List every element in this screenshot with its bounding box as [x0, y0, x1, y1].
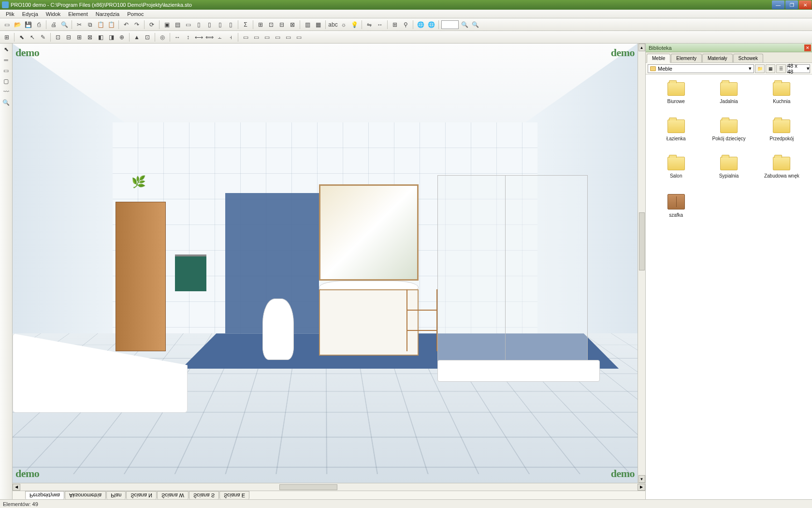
- shape1-tool[interactable]: ▭: [1, 66, 11, 75]
- grid1-button[interactable]: ⊞: [390, 20, 400, 30]
- pointer-tool[interactable]: ⬉: [1, 45, 11, 54]
- vscroll-track[interactable]: [638, 51, 645, 475]
- arr3-button[interactable]: ▭: [262, 32, 272, 42]
- preview-button[interactable]: 🔍: [59, 20, 69, 30]
- library-item-3[interactable]: Łazienka: [652, 118, 700, 143]
- grid2-button[interactable]: ⚲: [401, 20, 410, 30]
- dim4-button[interactable]: ⟺: [204, 32, 214, 42]
- library-item-6[interactable]: Salon: [652, 155, 700, 180]
- arr4-button[interactable]: ▭: [273, 32, 282, 42]
- grp3-button[interactable]: ⊞: [74, 32, 84, 42]
- light1-button[interactable]: abc: [328, 20, 338, 30]
- towel-rail-object[interactable]: [175, 254, 206, 316]
- dim-button[interactable]: ↔: [375, 20, 385, 30]
- plant-object[interactable]: [131, 175, 157, 210]
- help1-button[interactable]: ⇋: [364, 20, 374, 30]
- thumb-size-selector[interactable]: 48 x 48 ▾: [787, 64, 810, 73]
- dim5-button[interactable]: ⫠: [215, 32, 225, 42]
- close-button[interactable]: ✕: [799, 0, 812, 9]
- ortho-button[interactable]: ▤: [173, 20, 182, 30]
- menu-pomoc[interactable]: Pomoc: [123, 10, 147, 18]
- layer2-button[interactable]: ▦: [313, 20, 323, 30]
- scroll-down-arrow[interactable]: ▼: [638, 475, 645, 483]
- print-button[interactable]: 🖨: [49, 20, 58, 30]
- library-tab-elementy[interactable]: Elementy: [671, 54, 702, 62]
- hscroll-track[interactable]: [20, 484, 638, 491]
- view-tab-6[interactable]: Ściana E: [219, 491, 249, 499]
- dim1-button[interactable]: ↔: [173, 32, 182, 42]
- library-item-4[interactable]: Pokój dziecięcy: [704, 118, 753, 143]
- minimize-button[interactable]: ―: [772, 0, 784, 9]
- library-item-9[interactable]: szafka: [652, 192, 700, 220]
- globe1-button[interactable]: 🌐: [416, 20, 425, 30]
- viewport-canvas[interactable]: demo demo demo demo: [13, 44, 638, 483]
- view-tab-0[interactable]: Perspektywa: [25, 491, 64, 499]
- library-tab-materiały[interactable]: Materiały: [702, 54, 733, 62]
- cut-button[interactable]: ✂: [74, 20, 84, 30]
- library-path-combo[interactable]: Meble ▾: [648, 64, 754, 73]
- menu-narzędzia[interactable]: Narzędzia: [92, 10, 124, 18]
- menu-edycja[interactable]: Edycja: [18, 10, 42, 18]
- vanity-object[interactable]: [319, 289, 419, 355]
- grp4-button[interactable]: ⊠: [85, 32, 95, 42]
- arr1-button[interactable]: ▭: [241, 32, 250, 42]
- back-button[interactable]: ▯: [215, 20, 225, 30]
- paste2-button[interactable]: 📋: [106, 20, 116, 30]
- target-button[interactable]: ◎: [158, 32, 167, 42]
- other-button[interactable]: ▯: [226, 20, 235, 30]
- refresh-button[interactable]: ⟳: [147, 20, 157, 30]
- globe2-button[interactable]: 🌐: [426, 20, 436, 30]
- library-item-7[interactable]: Sypialnia: [704, 155, 753, 180]
- undo-button[interactable]: ↶: [121, 20, 131, 30]
- library-view2-button[interactable]: ☰: [776, 64, 786, 73]
- light3-button[interactable]: 💡: [349, 20, 359, 30]
- library-tab-meble[interactable]: Meble: [647, 54, 670, 63]
- view-tab-4[interactable]: Ściana W: [157, 491, 188, 499]
- grp6-button[interactable]: ◨: [106, 32, 116, 42]
- layer1-button[interactable]: ▥: [303, 20, 312, 30]
- library-item-0[interactable]: Biurowe: [652, 80, 700, 106]
- vertical-scrollbar[interactable]: ▲ ▼: [638, 44, 645, 483]
- library-item-5[interactable]: Przedpokój: [757, 118, 806, 143]
- shape3-tool[interactable]: 〰: [1, 87, 11, 97]
- arr2-button[interactable]: ▭: [251, 32, 261, 42]
- scroll-right-arrow[interactable]: ▶: [638, 484, 645, 491]
- scroll-left-arrow[interactable]: ◀: [13, 484, 20, 491]
- grp2-button[interactable]: ⊟: [64, 32, 73, 42]
- library-close-button[interactable]: ✕: [804, 45, 811, 51]
- mirror-object[interactable]: [319, 184, 419, 281]
- shape2-tool[interactable]: ▢: [1, 76, 11, 86]
- side-button[interactable]: ▯: [204, 20, 214, 30]
- align1-button[interactable]: ▲: [132, 32, 142, 42]
- library-item-2[interactable]: Kuchnia: [757, 80, 806, 106]
- menu-plik[interactable]: Plik: [2, 10, 18, 18]
- open-button[interactable]: 📂: [13, 20, 22, 30]
- view-tab-3[interactable]: Ściana N: [126, 491, 157, 499]
- paste-button[interactable]: 📋: [96, 20, 105, 30]
- horizontal-scrollbar[interactable]: ◀ ▶: [13, 483, 645, 491]
- zoom-in-button[interactable]: 🔍: [470, 20, 480, 30]
- view-tab-2[interactable]: Plan: [106, 491, 126, 499]
- cabinet-object[interactable]: [116, 202, 165, 351]
- menu-widok[interactable]: Widok: [42, 10, 65, 18]
- light2-button[interactable]: ☼: [339, 20, 348, 30]
- menu-element[interactable]: Element: [64, 10, 91, 18]
- view-tab-5[interactable]: Ściana S: [189, 491, 219, 499]
- library-tab-schowek[interactable]: Schowek: [733, 54, 764, 62]
- front-button[interactable]: ▯: [194, 20, 203, 30]
- grp5-button[interactable]: ◧: [96, 32, 105, 42]
- arr5-button[interactable]: ▭: [283, 32, 293, 42]
- zoom-tool[interactable]: 🔍: [1, 98, 11, 107]
- snap4-button[interactable]: ⊠: [288, 20, 297, 30]
- toolbar-value-input[interactable]: [441, 20, 459, 29]
- maximize-button[interactable]: ❐: [785, 0, 798, 9]
- snap1-button[interactable]: ⊞: [256, 20, 265, 30]
- vscroll-thumb[interactable]: [639, 212, 645, 270]
- dim2-button[interactable]: ↕: [183, 32, 193, 42]
- library-view1-button[interactable]: ▦: [766, 64, 775, 73]
- library-item-1[interactable]: Jadalnia: [704, 80, 753, 106]
- snap3-button[interactable]: ⊟: [277, 20, 287, 30]
- grid-button[interactable]: ⊞: [2, 32, 12, 42]
- shower-base-object[interactable]: [437, 360, 600, 382]
- saveas-button[interactable]: ⎙: [34, 20, 44, 30]
